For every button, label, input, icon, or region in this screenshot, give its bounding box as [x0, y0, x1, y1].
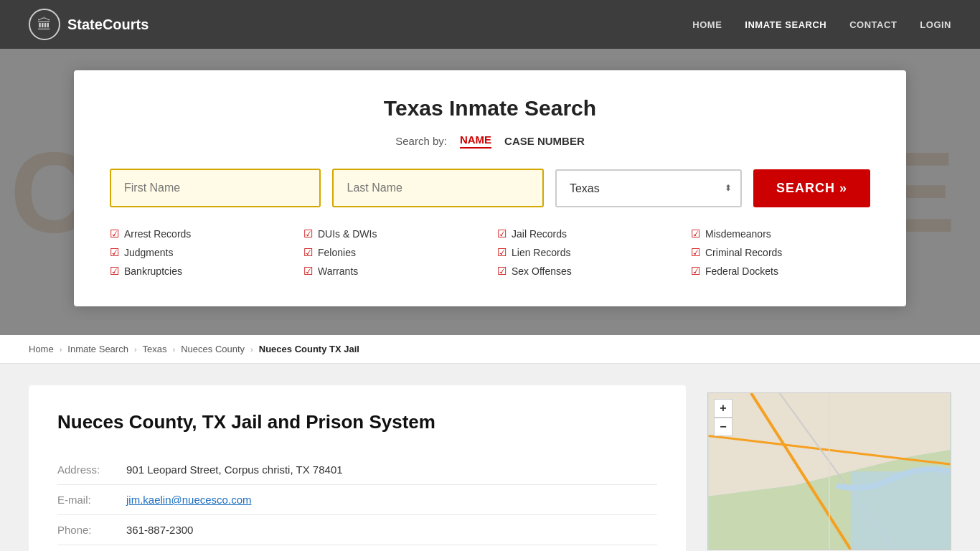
map-svg [708, 393, 951, 550]
breadcrumb: Home › Inmate Search › Texas › Nueces Co… [0, 335, 980, 364]
map-zoom-in[interactable]: + [714, 399, 732, 418]
email-row: E-mail: jim.kaelin@nuecesco.com [57, 485, 657, 515]
breadcrumb-separator: › [134, 345, 137, 354]
check-icon: ☑ [303, 246, 313, 259]
logo[interactable]: 🏛 StateCourts [29, 9, 149, 40]
check-label: Jail Records [512, 228, 567, 240]
check-icon: ☑ [497, 227, 507, 240]
search-inputs-row: Alabama Alaska Arizona Arkansas Californ… [110, 169, 870, 207]
check-misdemeanors: ☑ Misdemeanors [691, 227, 870, 240]
fax-row: Fax: 361-887-2206 [57, 545, 657, 551]
check-label: DUIs & DWIs [318, 228, 377, 240]
check-arrest-records: ☑ Arrest Records [110, 227, 289, 240]
check-felonies: ☑ Felonies [303, 246, 483, 259]
first-name-input[interactable] [110, 169, 321, 207]
check-icon: ☑ [691, 227, 700, 240]
search-button[interactable]: SEARCH » [753, 169, 870, 207]
check-jail-records: ☑ Jail Records [497, 227, 677, 240]
main-content: Nueces County, TX Jail and Prison System… [0, 364, 980, 551]
address-value: 901 Leopard Street, Corpus christi, TX 7… [126, 463, 343, 476]
map-zoom-out[interactable]: − [714, 418, 732, 436]
check-judgments: ☑ Judgments [110, 246, 289, 259]
phone-label: Phone: [57, 524, 115, 536]
breadcrumb-separator: › [173, 345, 176, 354]
check-bankruptcies: ☑ Bankruptcies [110, 265, 289, 278]
address-label: Address: [57, 463, 115, 476]
search-by-label: Search by: [395, 135, 447, 147]
svg-rect-7 [851, 471, 951, 550]
check-warrants: ☑ Warrants [303, 265, 483, 278]
logo-text: StateCourts [67, 17, 149, 33]
check-label: Criminal Records [705, 247, 782, 258]
check-label: Warrants [318, 265, 358, 277]
check-federal-dockets: ☑ Federal Dockets [691, 265, 870, 278]
check-criminal-records: ☑ Criminal Records [691, 246, 870, 259]
search-title: Texas Inmate Search [110, 96, 870, 121]
breadcrumb-current: Nueces County TX Jail [259, 344, 359, 354]
check-label: Arrest Records [124, 228, 191, 240]
check-label: Bankruptcies [124, 265, 182, 277]
facility-card: Nueces County, TX Jail and Prison System… [29, 385, 686, 551]
phone-row: Phone: 361-887-2300 [57, 515, 657, 545]
check-sex-offenses: ☑ Sex Offenses [497, 265, 677, 278]
check-icon: ☑ [691, 265, 700, 278]
check-label: Federal Dockets [705, 265, 778, 277]
map-container: + − [707, 392, 951, 550]
check-icon: ☑ [110, 246, 119, 259]
last-name-input[interactable] [332, 169, 543, 207]
check-label: Sex Offenses [512, 265, 572, 277]
search-by-row: Search by: NAME CASE NUMBER [110, 133, 870, 149]
check-label: Misdemeanors [705, 228, 771, 240]
nav-home[interactable]: HOME [692, 19, 722, 30]
check-icon: ☑ [691, 246, 700, 259]
checks-grid: ☑ Arrest Records ☑ DUIs & DWIs ☑ Jail Re… [110, 227, 870, 278]
check-label: Judgments [124, 247, 173, 258]
check-icon: ☑ [110, 227, 119, 240]
logo-icon: 🏛 [29, 9, 60, 40]
facility-title: Nueces County, TX Jail and Prison System [57, 411, 657, 433]
breadcrumb-home[interactable]: Home [29, 344, 54, 354]
search-card: Texas Inmate Search Search by: NAME CASE… [74, 70, 906, 306]
address-row: Address: 901 Leopard Street, Corpus chri… [57, 455, 657, 485]
nav-login[interactable]: LOGIN [920, 19, 951, 30]
breadcrumb-separator: › [60, 345, 62, 354]
check-lien-records: ☑ Lien Records [497, 246, 677, 259]
tab-name[interactable]: NAME [460, 133, 491, 149]
state-select-wrapper: Alabama Alaska Arizona Arkansas Californ… [555, 169, 742, 207]
breadcrumb-separator: › [250, 345, 253, 354]
phone-value: 361-887-2300 [126, 524, 193, 536]
breadcrumb-inmate-search[interactable]: Inmate Search [67, 344, 128, 354]
check-label: Felonies [318, 247, 356, 258]
breadcrumb-texas[interactable]: Texas [143, 344, 167, 354]
map-zoom-controls: + − [714, 399, 732, 436]
email-link[interactable]: jim.kaelin@nuecesco.com [126, 494, 251, 506]
tab-case-number[interactable]: CASE NUMBER [504, 135, 585, 147]
check-icon: ☑ [303, 265, 313, 278]
nav-contact[interactable]: CONTACT [849, 19, 897, 30]
check-label: Lien Records [512, 247, 571, 258]
check-icon: ☑ [303, 227, 313, 240]
hero-section: COURTHOUSE Texas Inmate Search Search by… [0, 49, 980, 335]
check-duis: ☑ DUIs & DWIs [303, 227, 483, 240]
breadcrumb-nueces-county[interactable]: Nueces County [181, 344, 245, 354]
nav-inmate-search[interactable]: INMATE SEARCH [745, 19, 826, 30]
check-icon: ☑ [497, 265, 507, 278]
main-nav: HOME INMATE SEARCH CONTACT LOGIN [692, 19, 951, 30]
site-header: 🏛 StateCourts HOME INMATE SEARCH CONTACT… [0, 0, 980, 49]
state-select[interactable]: Alabama Alaska Arizona Arkansas Californ… [555, 169, 742, 207]
check-icon: ☑ [110, 265, 119, 278]
check-icon: ☑ [497, 246, 507, 259]
email-label: E-mail: [57, 494, 115, 506]
